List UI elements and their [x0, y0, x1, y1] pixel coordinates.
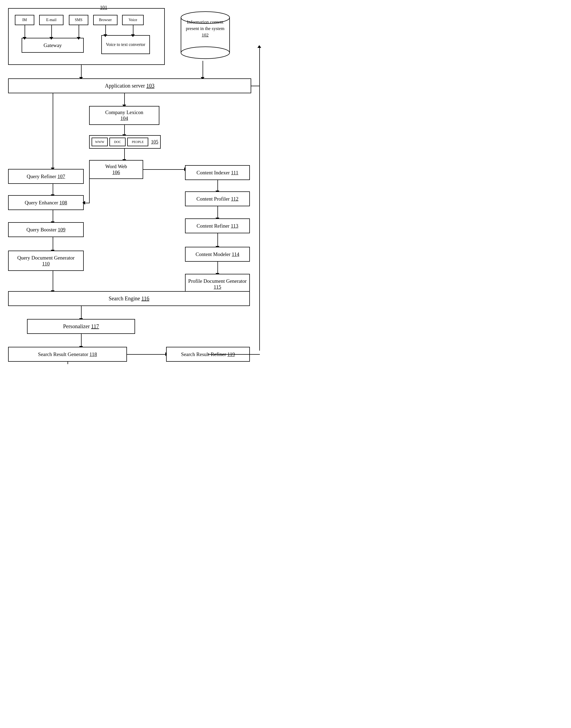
arrow-srgen-endresult: [68, 362, 68, 364]
arrow-im-gateway: [25, 25, 25, 38]
query-booster-box: Query Booster 109: [8, 222, 84, 237]
query-enhancer-box: Query Enhancer 108: [8, 195, 84, 210]
content-profiler-box: Content Profiler 112: [185, 191, 250, 206]
voice-to-text-box: Voice to text convertor: [101, 35, 150, 54]
arrow-qrefiner-qenhancer: [53, 184, 53, 195]
www-tab: WWW: [92, 138, 108, 146]
arrow-browser-down: [105, 25, 106, 35]
im-box: IM: [15, 15, 34, 25]
arrow-qbooster-qdocgen: [53, 237, 53, 251]
company-lexicon-box: Company Lexicon 104: [89, 106, 159, 125]
email-box: E-mail: [39, 15, 64, 25]
arrow-srgen-srrefiner: [127, 354, 166, 355]
arrow-srrefiner-system-v: [259, 47, 260, 351]
query-refiner-box: Query Refiner 107: [8, 169, 84, 184]
arrow-cmodeler-pdocgen: [217, 262, 218, 274]
ref-101-label: 101: [100, 5, 107, 11]
arrow-searchengine-personalizer: [81, 306, 82, 319]
personalizer-box: Personalizer 117: [27, 319, 135, 334]
arrow-cylinder-appserver: [203, 61, 203, 78]
diagram: 101 IM E-mail SMS Browser Voice Gateway …: [0, 0, 286, 364]
voice-box: Voice: [122, 15, 144, 25]
content-modeler-box: Content Modeler 114: [185, 247, 250, 262]
arrow-appserver-qrefiner-v: [53, 93, 53, 168]
info-content-text: Information content present in the syste…: [182, 19, 229, 38]
arrow-tabs-wordweb: [124, 149, 125, 160]
search-engine-box: Search Engine 116: [8, 291, 250, 306]
content-refiner-box: Content Refiner 113: [185, 218, 250, 233]
arrow-101-appserver: [81, 65, 82, 78]
arrow-personalizer-srgen: [81, 334, 82, 347]
arrow-voice-down: [133, 25, 133, 35]
arrow-system-appserver-h: [251, 86, 260, 86]
arrow-lexicon-tabs: [124, 125, 125, 135]
content-indexer-box: Content Indexer 111: [185, 165, 250, 180]
svg-point-2: [181, 47, 230, 59]
arrow-crefiner-cmodeler: [217, 233, 218, 247]
arrow-cprofiler-crefiner: [217, 206, 218, 218]
app-server-box: Application server 103: [8, 78, 251, 93]
browser-box: Browser: [93, 15, 117, 25]
people-tab: PEOPLE: [127, 138, 148, 146]
sms-box: SMS: [69, 15, 88, 25]
arrow-srrefiner-system-h: [208, 354, 260, 355]
doc-tab: DOC: [109, 138, 126, 146]
gateway-box: Gateway: [22, 38, 84, 53]
arrow-qdocgen-searchengine: [53, 271, 53, 291]
arrow-wordweb-cindexer-h: [143, 169, 185, 170]
query-doc-gen-box: Query Document Generator 110: [8, 251, 84, 271]
word-web-box: Word Web 106: [89, 160, 143, 179]
arrow-appserver-lexicon: [124, 93, 125, 105]
arrow-email-gateway: [51, 25, 52, 38]
search-result-gen-box: Search Result Generator 118: [8, 347, 127, 362]
arrow-wordweb-qenhancer-v: [89, 178, 90, 203]
arrow-qenhancer-qbooster: [53, 210, 53, 222]
arrow-cindexer-cprofiler: [217, 180, 218, 191]
wordweb-tabs-box: WWW DOC PEOPLE 105: [89, 135, 161, 149]
arrow-sms-gateway: [79, 25, 79, 38]
